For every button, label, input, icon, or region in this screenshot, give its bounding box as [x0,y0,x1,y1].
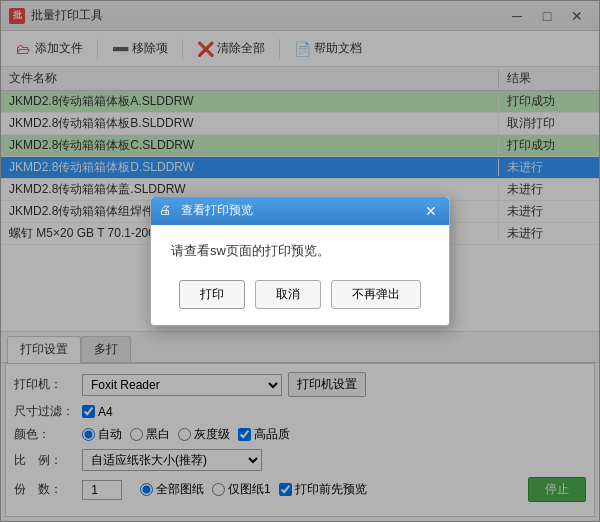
modal-icon: 🖨 [159,203,175,219]
modal-buttons: 打印 取消 不再弹出 [171,280,429,309]
modal-close-button[interactable]: ✕ [421,202,441,220]
modal-title: 查看打印预览 [181,202,421,219]
modal-title-bar: 🖨 查看打印预览 ✕ [151,197,449,225]
modal-cancel-button[interactable]: 取消 [255,280,321,309]
modal-message: 请查看sw页面的打印预览。 [171,241,429,261]
modal-body: 请查看sw页面的打印预览。 打印 取消 不再弹出 [151,225,449,326]
print-preview-modal: 🖨 查看打印预览 ✕ 请查看sw页面的打印预览。 打印 取消 不再弹出 [150,196,450,327]
modal-overlay: 🖨 查看打印预览 ✕ 请查看sw页面的打印预览。 打印 取消 不再弹出 [0,0,600,522]
modal-print-button[interactable]: 打印 [179,280,245,309]
modal-no-show-button[interactable]: 不再弹出 [331,280,421,309]
